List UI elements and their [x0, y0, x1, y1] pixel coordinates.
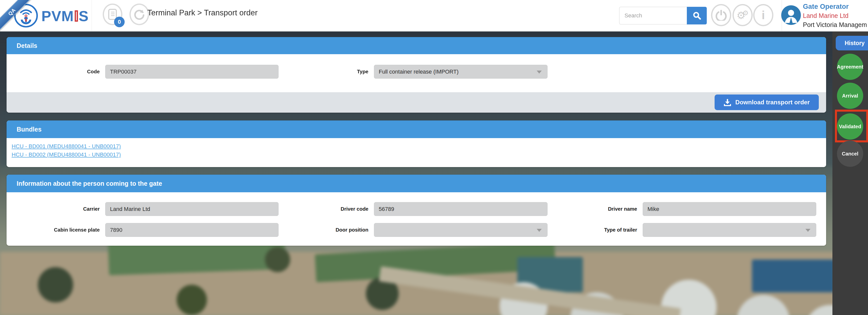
step-cancel[interactable]: Cancel	[837, 141, 863, 167]
page-title: Terminal Park > Transport order	[147, 8, 258, 18]
details-action-bar: Download transport order	[6, 92, 826, 113]
bundle-link[interactable]: HCU - BD002 (MEDU4880041 - UNB00017)	[11, 150, 821, 159]
bundles-panel-body: HCU - BD001 (MEDU4880041 - UNB00017) HCU…	[6, 138, 826, 167]
gate-info-panel-header: Information about the person coming to t…	[6, 175, 826, 192]
download-button-label: Download transport order	[735, 99, 810, 106]
workflow-sidebar: History Agreement Arrival Validated Canc…	[832, 32, 868, 315]
type-select-value: Full container release (IMPORT)	[379, 69, 459, 75]
door-position-label: Door position	[284, 227, 368, 233]
user-info: Gate Operator Land Marine Ltd Port Victo…	[803, 2, 867, 29]
carrier-input[interactable]	[105, 202, 279, 216]
bundles-panel: Bundles HCU - BD001 (MEDU4880041 - UNB00…	[6, 120, 826, 167]
code-input[interactable]	[105, 65, 279, 79]
logout-button[interactable]	[711, 4, 731, 26]
user-avatar[interactable]	[781, 5, 801, 25]
user-company: Land Marine Ltd	[803, 11, 867, 20]
carrier-label: Carrier	[6, 206, 100, 212]
gate-info-panel-body: Carrier Driver code Driver name Cabin li…	[6, 192, 826, 246]
refresh-icon	[134, 9, 145, 20]
brand-name: PVMS	[41, 7, 89, 25]
application-window: PVMS 0 Terminal Park > Transport order	[0, 0, 868, 315]
person-icon	[781, 5, 801, 25]
cabin-license-plate-input[interactable]	[105, 223, 279, 237]
notification-count-badge: 0	[114, 16, 125, 27]
brand-name-part1: PVM	[41, 8, 74, 24]
download-icon	[724, 99, 731, 106]
trailer-type-select[interactable]	[643, 223, 816, 237]
power-icon	[716, 9, 727, 21]
settings-button[interactable]: ⚙⚙	[733, 4, 753, 26]
details-panel-header: Details	[6, 37, 826, 54]
search-bar	[619, 7, 707, 25]
search-button[interactable]	[687, 7, 707, 25]
brand-name-part2: S	[79, 8, 89, 24]
search-input[interactable]	[619, 7, 687, 25]
user-role: Gate Operator	[803, 2, 867, 11]
gate-info-panel: Information about the person coming to t…	[6, 175, 826, 246]
history-button[interactable]: History	[836, 36, 868, 50]
details-panel-body: Code Type Full container release (IMPORT…	[6, 54, 826, 92]
door-position-select[interactable]	[374, 223, 548, 237]
type-select[interactable]: Full container release (IMPORT)	[374, 65, 548, 79]
trailer-type-label: Type of trailer	[553, 227, 637, 233]
brand-name-accent-i	[75, 10, 78, 22]
top-bar: PVMS 0 Terminal Park > Transport order	[0, 0, 868, 32]
bundle-link[interactable]: HCU - BD001 (MEDU4880041 - UNB00017)	[11, 142, 821, 150]
driver-code-label: Driver code	[284, 206, 368, 212]
header-divider-left	[92, 0, 92, 31]
details-panel: Details Code Type Full container release…	[6, 37, 826, 113]
chevron-down-icon	[805, 229, 810, 232]
driver-name-input[interactable]	[643, 202, 816, 216]
gears-icon: ⚙⚙	[737, 10, 749, 21]
chevron-down-icon	[537, 229, 542, 232]
driver-name-label: Driver name	[553, 206, 637, 212]
bundles-panel-header: Bundles	[6, 120, 826, 138]
step-agreement[interactable]: Agreement	[837, 54, 863, 80]
refresh-button[interactable]	[129, 3, 149, 25]
cabin-license-plate-label: Cabin license plate	[6, 227, 100, 233]
about-button[interactable]: i	[753, 4, 773, 26]
driver-code-input[interactable]	[374, 202, 548, 216]
type-label: Type	[284, 69, 368, 75]
step-validated[interactable]: Validated	[837, 113, 863, 140]
code-label: Code	[6, 69, 100, 75]
download-transport-order-button[interactable]: Download transport order	[715, 95, 819, 110]
step-arrival[interactable]: Arrival	[837, 83, 863, 109]
user-organization: Port Victoria Managem	[803, 20, 867, 29]
info-icon: i	[762, 8, 765, 22]
search-icon	[693, 11, 701, 20]
chevron-down-icon	[537, 71, 542, 74]
